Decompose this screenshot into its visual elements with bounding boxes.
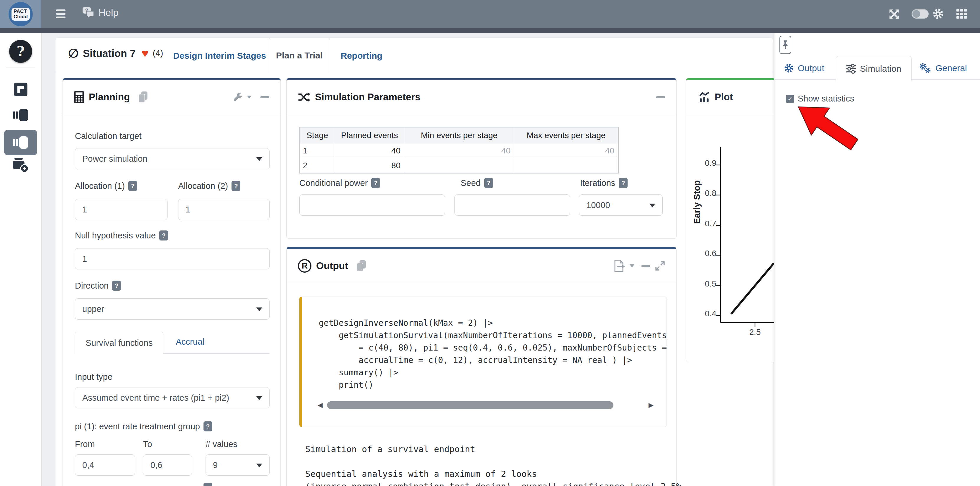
fullscreen-arrows-icon[interactable]: [889, 8, 900, 21]
allocation1-input[interactable]: [75, 199, 167, 220]
expand-icon[interactable]: [655, 261, 665, 271]
scroll-left-arrow[interactable]: ◀: [318, 401, 323, 409]
main-tabs-divider: [55, 72, 773, 72]
seed-input[interactable]: [455, 194, 570, 216]
copy-icon[interactable]: [357, 260, 366, 271]
copy-icon[interactable]: [138, 91, 148, 103]
events-table: Stage Planned events Min events per stag…: [299, 127, 619, 174]
direction-label: Direction?: [75, 280, 121, 291]
drawer-tab-general-label: General: [935, 63, 967, 73]
help-button[interactable]: ? Help: [82, 7, 119, 18]
simulation-parameters-collapse-button[interactable]: [656, 96, 665, 98]
iterations-select[interactable]: 10000: [579, 194, 663, 216]
plot-canvas: [686, 80, 775, 362]
sidebar-item-add-situation[interactable]: [13, 157, 29, 174]
table-cell-max-events-2[interactable]: [514, 158, 618, 173]
topbar: [0, 0, 980, 28]
drawer-tab-general[interactable]: General: [919, 58, 967, 78]
table-cell-planned-events-1[interactable]: 40: [335, 143, 404, 158]
pi1-to-input[interactable]: [143, 454, 192, 476]
dark-mode-toggle[interactable]: [912, 9, 929, 19]
table-cell-max-events-1[interactable]: 40: [514, 143, 618, 158]
allocation2-input[interactable]: [178, 199, 270, 220]
help-icon[interactable]: ?: [159, 231, 168, 241]
tab-design-interim-stages[interactable]: Design Interim Stages: [173, 51, 266, 61]
help-icon[interactable]: ?: [371, 178, 380, 188]
red-arrow-annotation: [793, 103, 864, 155]
table-header-min-events: Min events per stage: [404, 127, 514, 143]
sidebar-item-designs[interactable]: [14, 83, 27, 96]
calculation-target-value: Power simulation: [82, 154, 148, 164]
show-statistics-option[interactable]: Show statistics: [786, 94, 854, 104]
conditional-power-input[interactable]: [299, 194, 445, 216]
situation-title: Situation 7: [83, 48, 136, 59]
simulation-parameters-title: Simulation Parameters: [315, 91, 420, 103]
scrollbar-thumb[interactable]: [327, 401, 613, 409]
help-icon[interactable]: ?: [619, 178, 628, 188]
conditional-power-label: Conditional power?: [299, 178, 380, 188]
sidebar-item-situations[interactable]: [13, 108, 28, 122]
calculation-target-select[interactable]: Power simulation: [75, 148, 270, 169]
topbar-shadow: [0, 28, 980, 33]
pin-icon: [782, 40, 789, 50]
help-icon[interactable]: ?: [204, 421, 212, 432]
subtab-survival-label: Survival functions: [86, 338, 153, 348]
subtab-accrual[interactable]: Accrual: [176, 337, 204, 347]
user-avatar[interactable]: ?: [9, 40, 32, 63]
show-statistics-checkbox[interactable]: [786, 95, 794, 103]
direction-select[interactable]: upper: [75, 298, 270, 320]
situation-header: ∅ Situation 7 ♥ (4): [68, 46, 163, 61]
tab-reporting[interactable]: Reporting: [340, 51, 382, 61]
favorite-heart-icon[interactable]: ♥: [142, 47, 149, 60]
pi1-num-values-select[interactable]: 9: [205, 454, 270, 476]
allocation2-label: Allocation (2)?: [178, 181, 240, 191]
subtab-survival-functions[interactable]: Survival functions: [75, 331, 163, 354]
calculator-icon: [74, 91, 84, 103]
table-cell-planned-events-2[interactable]: 80: [335, 158, 404, 173]
code-line: summary() |>: [319, 368, 398, 378]
settings-gear-icon[interactable]: [932, 8, 944, 21]
input-type-select[interactable]: Assumed event time + rates (pi1 + pi2): [75, 387, 270, 408]
pi1-label: pi (1): event rate treatment group?: [75, 421, 212, 432]
sidebar-item-current-situation[interactable]: [4, 130, 37, 155]
code-line: getDesignInverseNormal(kMax = 2) |>: [319, 318, 493, 328]
code-line: = c(40, 80), pi1 = seq(0.4, 0.6, 0.025),…: [319, 343, 667, 353]
logo-text-line2: Cloud: [14, 14, 28, 19]
output-result-line: (inverse normal combination test design)…: [305, 481, 681, 486]
planning-collapse-button[interactable]: [261, 96, 269, 98]
from-label: From: [75, 439, 95, 449]
wrench-caret-icon[interactable]: [247, 96, 251, 99]
wrench-icon[interactable]: [233, 92, 243, 102]
gears-icon: [919, 62, 932, 74]
pi1-from-input[interactable]: [75, 454, 135, 476]
drawer-tab-simulation[interactable]: Simulation: [836, 56, 912, 81]
output-collapse-button[interactable]: [641, 265, 650, 267]
null-hypothesis-input[interactable]: [75, 248, 270, 269]
help-icon[interactable]: ?: [128, 181, 137, 191]
output-title: Output: [316, 260, 348, 271]
r-logo-icon: R: [298, 259, 312, 272]
left-sidebar: [0, 33, 41, 486]
simulation-parameters-header: Simulation Parameters: [286, 80, 676, 114]
to-label: To: [143, 439, 152, 449]
scroll-right-arrow[interactable]: ▶: [649, 401, 654, 409]
help-icon[interactable]: ?: [232, 181, 240, 191]
help-icon[interactable]: [204, 483, 212, 486]
help-icon[interactable]: ?: [484, 178, 493, 188]
hamburger-menu-icon[interactable]: [56, 10, 65, 18]
grid-apps-icon[interactable]: [956, 9, 967, 20]
export-icon[interactable]: [614, 260, 625, 272]
allocation1-label: Allocation (1)?: [75, 181, 137, 191]
help-label: Help: [99, 7, 119, 18]
app-logo[interactable]: PACT Cloud: [0, 0, 41, 28]
pin-drawer-button[interactable]: [780, 36, 791, 54]
drawer-tab-output[interactable]: Output: [784, 58, 824, 78]
planning-title: Planning: [89, 91, 130, 103]
code-line: accrualTime = c(0, 12), accrualIntensity…: [319, 355, 632, 365]
table-cell-min-events-2[interactable]: [404, 158, 514, 173]
table-cell-min-events-1[interactable]: 40: [404, 143, 514, 158]
help-icon[interactable]: ?: [112, 280, 121, 291]
tab-plan-a-trial-label: Plan a Trial: [276, 51, 323, 61]
tab-plan-a-trial[interactable]: Plan a Trial: [269, 38, 330, 73]
export-caret-icon[interactable]: [630, 265, 634, 267]
